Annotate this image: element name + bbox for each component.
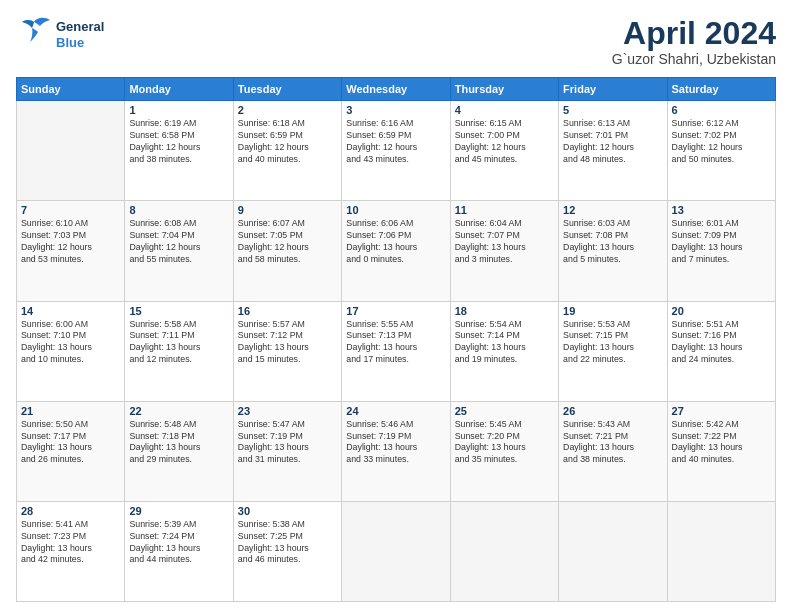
day-info: Sunrise: 5:47 AMSunset: 7:19 PMDaylight:… <box>238 419 337 467</box>
table-row: 17Sunrise: 5:55 AMSunset: 7:13 PMDayligh… <box>342 301 450 401</box>
day-info: Sunrise: 5:54 AMSunset: 7:14 PMDaylight:… <box>455 319 554 367</box>
day-info: Sunrise: 5:48 AMSunset: 7:18 PMDaylight:… <box>129 419 228 467</box>
table-row: 22Sunrise: 5:48 AMSunset: 7:18 PMDayligh… <box>125 401 233 501</box>
day-number: 12 <box>563 204 662 216</box>
logo-blue: Blue <box>56 35 104 51</box>
day-number: 30 <box>238 505 337 517</box>
table-row: 1Sunrise: 6:19 AMSunset: 6:58 PMDaylight… <box>125 101 233 201</box>
table-row: 15Sunrise: 5:58 AMSunset: 7:11 PMDayligh… <box>125 301 233 401</box>
calendar-week-row: 28Sunrise: 5:41 AMSunset: 7:23 PMDayligh… <box>17 501 776 601</box>
table-row: 21Sunrise: 5:50 AMSunset: 7:17 PMDayligh… <box>17 401 125 501</box>
table-row: 7Sunrise: 6:10 AMSunset: 7:03 PMDaylight… <box>17 201 125 301</box>
day-info: Sunrise: 6:03 AMSunset: 7:08 PMDaylight:… <box>563 218 662 266</box>
day-number: 27 <box>672 405 771 417</box>
col-saturday: Saturday <box>667 78 775 101</box>
col-friday: Friday <box>559 78 667 101</box>
logo-bird-icon <box>16 16 52 53</box>
calendar-week-row: 21Sunrise: 5:50 AMSunset: 7:17 PMDayligh… <box>17 401 776 501</box>
logo-general: General <box>56 19 104 35</box>
table-row: 26Sunrise: 5:43 AMSunset: 7:21 PMDayligh… <box>559 401 667 501</box>
day-number: 5 <box>563 104 662 116</box>
title-block: April 2024 G`uzor Shahri, Uzbekistan <box>612 16 776 67</box>
day-info: Sunrise: 5:58 AMSunset: 7:11 PMDaylight:… <box>129 319 228 367</box>
location: G`uzor Shahri, Uzbekistan <box>612 51 776 67</box>
table-row: 27Sunrise: 5:42 AMSunset: 7:22 PMDayligh… <box>667 401 775 501</box>
day-info: Sunrise: 5:50 AMSunset: 7:17 PMDaylight:… <box>21 419 120 467</box>
day-number: 11 <box>455 204 554 216</box>
table-row: 10Sunrise: 6:06 AMSunset: 7:06 PMDayligh… <box>342 201 450 301</box>
day-info: Sunrise: 5:38 AMSunset: 7:25 PMDaylight:… <box>238 519 337 567</box>
table-row: 16Sunrise: 5:57 AMSunset: 7:12 PMDayligh… <box>233 301 341 401</box>
day-number: 18 <box>455 305 554 317</box>
day-info: Sunrise: 6:16 AMSunset: 6:59 PMDaylight:… <box>346 118 445 166</box>
day-info: Sunrise: 5:51 AMSunset: 7:16 PMDaylight:… <box>672 319 771 367</box>
day-number: 29 <box>129 505 228 517</box>
day-info: Sunrise: 6:12 AMSunset: 7:02 PMDaylight:… <box>672 118 771 166</box>
table-row: 11Sunrise: 6:04 AMSunset: 7:07 PMDayligh… <box>450 201 558 301</box>
day-info: Sunrise: 5:57 AMSunset: 7:12 PMDaylight:… <box>238 319 337 367</box>
table-row: 19Sunrise: 5:53 AMSunset: 7:15 PMDayligh… <box>559 301 667 401</box>
table-row: 25Sunrise: 5:45 AMSunset: 7:20 PMDayligh… <box>450 401 558 501</box>
day-info: Sunrise: 6:18 AMSunset: 6:59 PMDaylight:… <box>238 118 337 166</box>
table-row: 8Sunrise: 6:08 AMSunset: 7:04 PMDaylight… <box>125 201 233 301</box>
day-number: 16 <box>238 305 337 317</box>
day-info: Sunrise: 5:43 AMSunset: 7:21 PMDaylight:… <box>563 419 662 467</box>
day-number: 23 <box>238 405 337 417</box>
col-wednesday: Wednesday <box>342 78 450 101</box>
table-row: 3Sunrise: 6:16 AMSunset: 6:59 PMDaylight… <box>342 101 450 201</box>
col-monday: Monday <box>125 78 233 101</box>
day-info: Sunrise: 5:53 AMSunset: 7:15 PMDaylight:… <box>563 319 662 367</box>
table-row: 24Sunrise: 5:46 AMSunset: 7:19 PMDayligh… <box>342 401 450 501</box>
day-number: 25 <box>455 405 554 417</box>
page-container: General Blue April 2024 G`uzor Shahri, U… <box>0 0 792 612</box>
table-row: 29Sunrise: 5:39 AMSunset: 7:24 PMDayligh… <box>125 501 233 601</box>
day-number: 13 <box>672 204 771 216</box>
day-number: 26 <box>563 405 662 417</box>
day-number: 21 <box>21 405 120 417</box>
table-row <box>667 501 775 601</box>
calendar-week-row: 7Sunrise: 6:10 AMSunset: 7:03 PMDaylight… <box>17 201 776 301</box>
col-thursday: Thursday <box>450 78 558 101</box>
col-tuesday: Tuesday <box>233 78 341 101</box>
calendar-week-row: 1Sunrise: 6:19 AMSunset: 6:58 PMDaylight… <box>17 101 776 201</box>
table-row <box>450 501 558 601</box>
day-info: Sunrise: 5:41 AMSunset: 7:23 PMDaylight:… <box>21 519 120 567</box>
table-row: 12Sunrise: 6:03 AMSunset: 7:08 PMDayligh… <box>559 201 667 301</box>
day-number: 4 <box>455 104 554 116</box>
table-row: 13Sunrise: 6:01 AMSunset: 7:09 PMDayligh… <box>667 201 775 301</box>
day-info: Sunrise: 6:00 AMSunset: 7:10 PMDaylight:… <box>21 319 120 367</box>
table-row <box>342 501 450 601</box>
table-row: 20Sunrise: 5:51 AMSunset: 7:16 PMDayligh… <box>667 301 775 401</box>
day-number: 8 <box>129 204 228 216</box>
day-number: 15 <box>129 305 228 317</box>
day-number: 1 <box>129 104 228 116</box>
day-number: 24 <box>346 405 445 417</box>
day-info: Sunrise: 6:15 AMSunset: 7:00 PMDaylight:… <box>455 118 554 166</box>
calendar-week-row: 14Sunrise: 6:00 AMSunset: 7:10 PMDayligh… <box>17 301 776 401</box>
table-row: 9Sunrise: 6:07 AMSunset: 7:05 PMDaylight… <box>233 201 341 301</box>
day-number: 17 <box>346 305 445 317</box>
table-row: 4Sunrise: 6:15 AMSunset: 7:00 PMDaylight… <box>450 101 558 201</box>
logo: General Blue <box>16 16 104 53</box>
day-number: 10 <box>346 204 445 216</box>
month-title: April 2024 <box>612 16 776 51</box>
day-number: 3 <box>346 104 445 116</box>
table-row <box>559 501 667 601</box>
table-row: 18Sunrise: 5:54 AMSunset: 7:14 PMDayligh… <box>450 301 558 401</box>
day-info: Sunrise: 6:04 AMSunset: 7:07 PMDaylight:… <box>455 218 554 266</box>
day-info: Sunrise: 5:45 AMSunset: 7:20 PMDaylight:… <box>455 419 554 467</box>
day-number: 19 <box>563 305 662 317</box>
day-info: Sunrise: 5:46 AMSunset: 7:19 PMDaylight:… <box>346 419 445 467</box>
calendar-table: Sunday Monday Tuesday Wednesday Thursday… <box>16 77 776 602</box>
day-number: 20 <box>672 305 771 317</box>
day-number: 22 <box>129 405 228 417</box>
day-info: Sunrise: 6:06 AMSunset: 7:06 PMDaylight:… <box>346 218 445 266</box>
day-info: Sunrise: 5:55 AMSunset: 7:13 PMDaylight:… <box>346 319 445 367</box>
table-row: 28Sunrise: 5:41 AMSunset: 7:23 PMDayligh… <box>17 501 125 601</box>
header: General Blue April 2024 G`uzor Shahri, U… <box>16 16 776 67</box>
table-row: 23Sunrise: 5:47 AMSunset: 7:19 PMDayligh… <box>233 401 341 501</box>
day-info: Sunrise: 6:10 AMSunset: 7:03 PMDaylight:… <box>21 218 120 266</box>
day-info: Sunrise: 5:39 AMSunset: 7:24 PMDaylight:… <box>129 519 228 567</box>
day-number: 6 <box>672 104 771 116</box>
day-info: Sunrise: 6:13 AMSunset: 7:01 PMDaylight:… <box>563 118 662 166</box>
